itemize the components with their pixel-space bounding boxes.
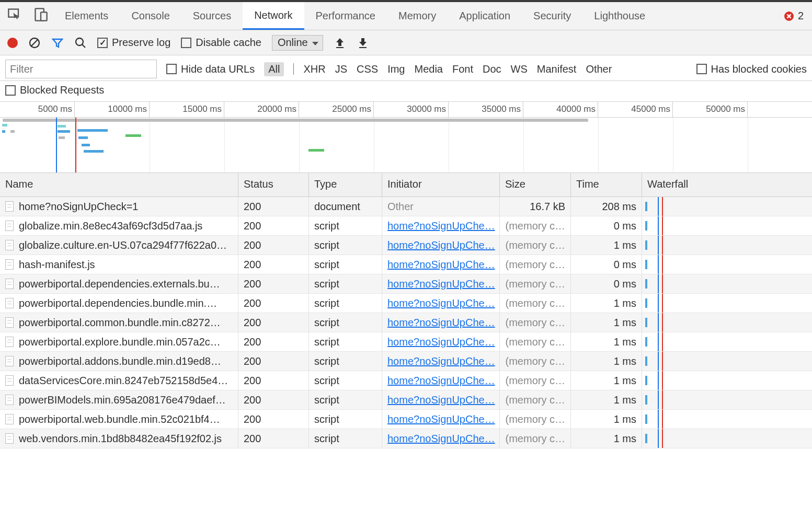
tab-sources[interactable]: Sources [181, 2, 243, 30]
disable-cache-checkbox[interactable]: Disable cache [181, 37, 261, 49]
tab-elements[interactable]: Elements [53, 2, 120, 30]
inspect-element-icon[interactable] [7, 7, 22, 25]
cell-name[interactable]: powerbiportal.web.bundle.min.52c021bf4… [0, 410, 238, 429]
cell-name[interactable]: powerbiportal.common.bundle.min.c8272… [0, 313, 238, 332]
col-header-waterfall[interactable]: Waterfall [642, 173, 812, 197]
error-count[interactable]: 2 [798, 10, 804, 22]
cell-initiator[interactable]: home?noSignUpChe… [382, 410, 500, 429]
cell-name[interactable]: web.vendors.min.1bd8b8482ea45f192f02.js [0, 429, 238, 448]
throttle-select[interactable]: Online [272, 35, 323, 51]
filter-input[interactable] [5, 60, 157, 78]
checkbox-icon[interactable] [181, 38, 191, 48]
filter-type-img[interactable]: Img [387, 63, 405, 75]
col-header-initiator[interactable]: Initiator [382, 173, 500, 197]
tab-lighthouse[interactable]: Lighthouse [582, 2, 657, 30]
request-row[interactable]: powerbiportal.web.bundle.min.52c021bf4…2… [0, 410, 812, 429]
cell-name[interactable]: hash-manifest.js [0, 255, 238, 274]
filter-type-css[interactable]: CSS [357, 63, 378, 75]
request-row[interactable]: powerbiportal.dependencies.externals.bu…… [0, 274, 812, 294]
initiator-link[interactable]: home?noSignUpChe… [387, 297, 495, 309]
initiator-link[interactable]: home?noSignUpChe… [387, 259, 495, 271]
request-row[interactable]: dataServicesCore.min.8247eb752158d5e4…20… [0, 371, 812, 390]
error-badge-icon[interactable] [784, 11, 794, 21]
cell-initiator[interactable]: home?noSignUpChe… [382, 313, 500, 332]
filter-type-ws[interactable]: WS [511, 63, 528, 75]
upload-har-icon[interactable] [334, 37, 346, 49]
initiator-link[interactable]: home?noSignUpChe… [387, 220, 495, 232]
tab-security[interactable]: Security [522, 2, 582, 30]
col-header-status[interactable]: Status [238, 173, 309, 197]
cell-initiator[interactable]: home?noSignUpChe… [382, 371, 500, 390]
request-row[interactable]: home?noSignUpCheck=1200documentOther16.7… [0, 197, 812, 216]
request-row[interactable]: powerBIModels.min.695a208176e479daef…200… [0, 390, 812, 410]
checkbox-icon[interactable] [5, 85, 16, 96]
filter-type-xhr[interactable]: XHR [303, 63, 325, 75]
request-row[interactable]: globalize.culture.en-US.07ca294f77f622a0… [0, 236, 812, 255]
initiator-link[interactable]: home?noSignUpChe… [387, 394, 495, 406]
filter-icon[interactable] [51, 37, 64, 49]
download-har-icon[interactable] [357, 37, 369, 49]
preserve-log-checkbox[interactable]: Preserve log [97, 37, 170, 49]
initiator-link[interactable]: home?noSignUpChe… [387, 336, 495, 348]
filter-type-manifest[interactable]: Manifest [537, 63, 577, 75]
cell-name[interactable]: powerbiportal.addons.bundle.min.d19ed8… [0, 352, 238, 371]
cell-initiator[interactable]: home?noSignUpChe… [382, 352, 500, 371]
cell-name[interactable]: powerBIModels.min.695a208176e479daef… [0, 390, 238, 409]
checkbox-icon[interactable] [696, 64, 707, 74]
cell-initiator[interactable]: home?noSignUpChe… [382, 429, 500, 448]
request-row[interactable]: powerbiportal.explore.bundle.min.057a2c…… [0, 332, 812, 352]
device-toggle-icon[interactable] [33, 7, 48, 25]
cell-name[interactable]: home?noSignUpCheck=1 [0, 197, 238, 216]
checkbox-icon[interactable] [166, 64, 177, 74]
col-header-name[interactable]: Name [0, 173, 238, 197]
timeline-overview[interactable]: 5000 ms10000 ms15000 ms20000 ms25000 ms3… [0, 102, 812, 173]
initiator-link[interactable]: home?noSignUpChe… [387, 317, 495, 329]
cell-initiator[interactable]: home?noSignUpChe… [382, 390, 500, 409]
filter-type-other[interactable]: Other [586, 63, 612, 75]
request-row[interactable]: powerbiportal.common.bundle.min.c8272…20… [0, 313, 812, 332]
cell-initiator[interactable]: home?noSignUpChe… [382, 236, 500, 255]
request-row[interactable]: powerbiportal.dependencies.bundle.min.…2… [0, 294, 812, 313]
cell-name[interactable]: globalize.culture.en-US.07ca294f77f622a0… [0, 236, 238, 255]
request-row[interactable]: hash-manifest.js200scripthome?noSignUpCh… [0, 255, 812, 274]
cell-initiator[interactable]: home?noSignUpChe… [382, 255, 500, 274]
request-row[interactable]: powerbiportal.addons.bundle.min.d19ed8…2… [0, 352, 812, 371]
record-icon[interactable] [7, 38, 18, 48]
filter-type-doc[interactable]: Doc [483, 63, 501, 75]
tab-network[interactable]: Network [243, 2, 304, 30]
search-icon[interactable] [74, 37, 87, 49]
cell-name[interactable]: dataServicesCore.min.8247eb752158d5e4… [0, 371, 238, 390]
col-header-type[interactable]: Type [309, 173, 382, 197]
cell-name[interactable]: globalize.min.8e8ec43af69cf3d5d7aa.js [0, 216, 238, 235]
initiator-link[interactable]: home?noSignUpChe… [387, 239, 495, 251]
cell-initiator[interactable]: home?noSignUpChe… [382, 332, 500, 351]
tab-application[interactable]: Application [448, 2, 522, 30]
tab-console[interactable]: Console [120, 2, 181, 30]
request-row[interactable]: globalize.min.8e8ec43af69cf3d5d7aa.js200… [0, 216, 812, 236]
initiator-link[interactable]: home?noSignUpChe… [387, 413, 495, 425]
cell-initiator[interactable]: home?noSignUpChe… [382, 274, 500, 293]
filter-type-media[interactable]: Media [414, 63, 442, 75]
has-blocked-cookies-checkbox[interactable]: Has blocked cookies [696, 63, 807, 75]
col-header-time[interactable]: Time [571, 173, 642, 197]
hide-data-urls-checkbox[interactable]: Hide data URLs [166, 63, 255, 75]
cell-initiator[interactable]: home?noSignUpChe… [382, 294, 500, 313]
filter-type-all[interactable]: All [264, 62, 284, 76]
timeline-scrollbar[interactable] [3, 119, 588, 122]
tab-memory[interactable]: Memory [387, 2, 448, 30]
filter-type-font[interactable]: Font [452, 63, 473, 75]
filter-type-js[interactable]: JS [335, 63, 347, 75]
cell-initiator[interactable]: home?noSignUpChe… [382, 216, 500, 235]
initiator-link[interactable]: home?noSignUpChe… [387, 355, 495, 367]
clear-icon[interactable] [28, 37, 41, 49]
tab-performance[interactable]: Performance [304, 2, 387, 30]
checkbox-checked-icon[interactable] [97, 38, 108, 48]
cell-name[interactable]: powerbiportal.dependencies.externals.bu… [0, 274, 238, 293]
request-row[interactable]: web.vendors.min.1bd8b8482ea45f192f02.js2… [0, 429, 812, 448]
cell-name[interactable]: powerbiportal.explore.bundle.min.057a2c… [0, 332, 238, 351]
cell-name[interactable]: powerbiportal.dependencies.bundle.min.… [0, 294, 238, 313]
blocked-requests-checkbox[interactable]: Blocked Requests [5, 84, 104, 96]
initiator-link[interactable]: home?noSignUpChe… [387, 278, 495, 290]
initiator-link[interactable]: home?noSignUpChe… [387, 375, 495, 387]
initiator-link[interactable]: home?noSignUpChe… [387, 433, 495, 445]
